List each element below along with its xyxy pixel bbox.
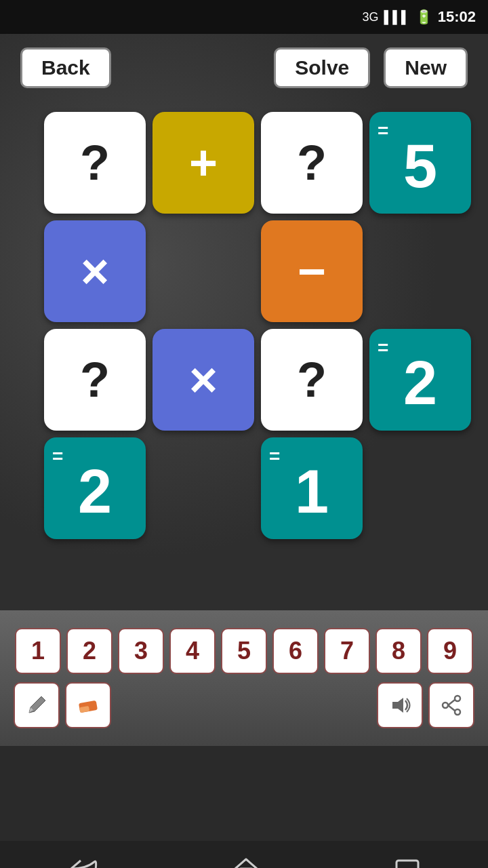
cell-r0c3-val: 5: [403, 132, 437, 201]
nav-home-icon: [232, 856, 260, 869]
nav-bar: [0, 841, 488, 868]
clock: 15:02: [438, 8, 476, 26]
svg-marker-4: [392, 698, 403, 713]
cell-r0c3-eq: =: [378, 120, 388, 142]
num-btn-3[interactable]: 3: [118, 628, 164, 674]
num-btn-9[interactable]: 9: [427, 628, 473, 674]
num-btn-6[interactable]: 6: [272, 628, 319, 674]
solve-button[interactable]: Solve: [274, 47, 370, 88]
eraser-button[interactable]: [65, 682, 111, 728]
cell-r1c0: ×: [44, 220, 146, 322]
cell-r1c2-content: −: [298, 243, 326, 299]
cell-r3c0: = 2: [44, 437, 146, 539]
cell-r3c0-val: 2: [78, 457, 112, 527]
top-bar: Back Solve New: [0, 34, 488, 102]
cell-r0c0[interactable]: ?: [44, 112, 146, 214]
cell-r3c2: = 1: [261, 437, 363, 539]
cell-r2c2[interactable]: ?: [261, 329, 363, 431]
status-bar: 3G ▌▌▌ 🔋 15:02: [0, 0, 488, 34]
svg-line-9: [448, 705, 455, 711]
nav-recents-icon: [394, 856, 421, 869]
cell-r3c2-val: 1: [295, 457, 329, 527]
pencil-icon: [25, 694, 48, 717]
number-row: 1 2 3 4 5 6 7 8 9: [15, 628, 473, 674]
cell-r0c2[interactable]: ?: [261, 112, 363, 214]
share-icon: [440, 694, 463, 717]
cell-r0c0-content: ?: [80, 135, 110, 191]
cell-r0c1-content: +: [189, 135, 218, 191]
num-btn-1[interactable]: 1: [15, 628, 61, 674]
cell-r2c3: = 2: [369, 329, 471, 431]
battery-icon: 🔋: [415, 9, 432, 25]
eraser-icon: [77, 694, 100, 717]
cell-r2c3-eq: =: [378, 337, 388, 359]
share-button[interactable]: [428, 682, 474, 728]
cell-r0c2-content: ?: [297, 135, 327, 191]
svg-point-6: [455, 709, 460, 715]
svg-rect-11: [396, 861, 418, 869]
num-btn-2[interactable]: 2: [66, 628, 113, 674]
cell-r3c3: [369, 437, 471, 539]
new-button[interactable]: New: [384, 47, 468, 88]
nav-back-icon: [67, 856, 98, 869]
num-btn-7[interactable]: 7: [324, 628, 370, 674]
nav-recents-button[interactable]: [394, 856, 421, 869]
cell-r1c3: [369, 220, 471, 322]
nav-back-button[interactable]: [67, 856, 98, 869]
cell-r1c1: [152, 220, 254, 322]
cell-r1c2: −: [261, 220, 363, 322]
cell-r2c1: ×: [152, 329, 254, 431]
cell-r2c3-val: 2: [403, 349, 437, 418]
num-btn-4[interactable]: 4: [169, 628, 216, 674]
cell-r1c0-content: ×: [81, 243, 109, 299]
signal-icon: 3G: [362, 10, 378, 24]
pencil-button[interactable]: [14, 682, 60, 728]
tool-row: [14, 682, 474, 728]
bars-icon: ▌▌▌: [384, 10, 409, 24]
num-btn-5[interactable]: 5: [221, 628, 267, 674]
extra-space: [0, 746, 488, 841]
puzzle-grid: ? + ? = 5 × − ? × ? =: [27, 108, 461, 542]
cell-r3c2-eq: =: [269, 446, 280, 467]
cell-r2c2-content: ?: [297, 352, 327, 408]
cell-r2c0[interactable]: ?: [44, 329, 146, 431]
cell-r2c0-content: ?: [80, 352, 110, 408]
cell-r3c1: [152, 437, 254, 539]
sound-icon: [388, 694, 411, 717]
nav-home-button[interactable]: [232, 856, 260, 869]
svg-point-7: [443, 703, 448, 708]
num-btn-8[interactable]: 8: [375, 628, 422, 674]
cell-r0c1[interactable]: +: [152, 112, 254, 214]
main-area: Back Solve New ? + ? = 5 × − ?: [0, 34, 488, 610]
svg-line-8: [448, 700, 455, 705]
cell-r0c3: = 5: [369, 112, 471, 214]
back-button[interactable]: Back: [20, 47, 111, 88]
svg-point-5: [455, 696, 460, 701]
bottom-panel: 1 2 3 4 5 6 7 8 9: [0, 610, 488, 746]
cell-r3c0-eq: =: [52, 446, 63, 467]
sound-button[interactable]: [377, 682, 423, 728]
cell-r2c1-content: ×: [189, 352, 218, 408]
